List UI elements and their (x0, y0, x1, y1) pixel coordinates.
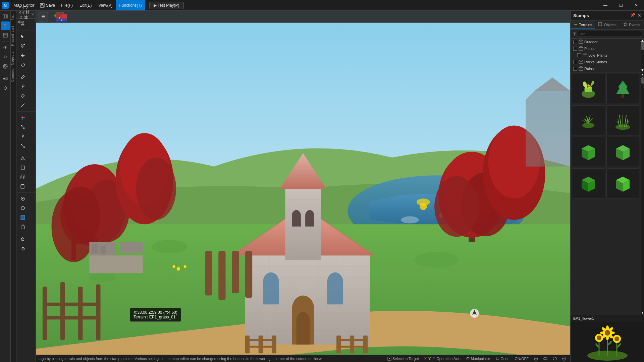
coordinate-tooltip: X:33.00 Z:59.00 (Y:4.50) Terrain : EP1_g… (130, 308, 181, 322)
tree-scrollbar[interactable]: ▲ ▼ (641, 39, 644, 72)
tree-check-outdoor[interactable] (573, 40, 577, 44)
stamps-tabs: Terrains Objects Events (571, 20, 644, 29)
viewport-menu-btn[interactable]: ☰ (39, 12, 48, 21)
left-icon-settings[interactable]: ⚙ (1, 53, 10, 61)
stamp-item-5[interactable] (572, 137, 605, 167)
status-selection-target[interactable]: Selection Target (386, 357, 420, 361)
paste-tool[interactable] (18, 182, 27, 191)
menu-file[interactable]: File(F) (58, 0, 76, 10)
status-extra-3[interactable] (551, 357, 558, 361)
copy-tool[interactable] (18, 173, 27, 181)
stamp-item-4[interactable] (606, 105, 640, 135)
tab-events[interactable]: Events (620, 20, 644, 29)
stamp-item-3[interactable] (572, 105, 605, 135)
svg-rect-35 (21, 226, 24, 229)
menu-edit[interactable]: Edit(E) (76, 0, 95, 10)
close-button[interactable]: ✕ (629, 0, 644, 11)
svg-line-21 (21, 126, 24, 128)
tree-item-plants[interactable]: Plants (571, 45, 641, 52)
tab-objects[interactable]: Objects (595, 20, 620, 29)
test-play-button[interactable]: ▶ Test Play(P) (149, 2, 184, 9)
left-icon-tool[interactable] (1, 62, 10, 71)
stamp-item-6[interactable] (606, 137, 640, 167)
erase-tool[interactable] (18, 92, 27, 100)
circle-stamp-tool[interactable] (18, 194, 27, 203)
stamps-pin-icon[interactable]: 📌 (630, 13, 635, 18)
status-extra-4[interactable] (561, 357, 568, 361)
tree-item-outdoor[interactable]: Outdoor (571, 39, 641, 45)
scroll-down-btn[interactable]: ▼ (641, 68, 644, 72)
status-extra-2[interactable] (542, 357, 549, 361)
move-tool[interactable] (18, 51, 27, 60)
move-xyz-tool[interactable] (18, 113, 27, 122)
3d-viewport[interactable]: ☰ Y Z ↑ (36, 11, 570, 362)
tree-item-low-plants[interactable]: Low_Plants (571, 52, 641, 59)
select-tool[interactable] (18, 32, 27, 41)
status-operation-axis[interactable]: X Y Z Operation Axis (423, 357, 462, 361)
rect-tool[interactable] (18, 163, 27, 172)
save-button[interactable]: Save (37, 0, 58, 10)
svg-rect-104 (205, 251, 212, 296)
tab-terrains[interactable]: Terrains (571, 20, 595, 29)
left-icon-eye[interactable]: 👁 (1, 43, 10, 52)
stamps-filter-input[interactable] (578, 31, 642, 37)
svg-point-111 (176, 267, 180, 271)
tree-check-rocks[interactable] (573, 60, 577, 64)
pencil-tool[interactable] (18, 73, 27, 81)
svg-rect-88 (363, 336, 368, 353)
tree-check-plants[interactable] (573, 47, 577, 51)
stamp-item-8[interactable] (606, 168, 640, 198)
undo-tool[interactable] (18, 235, 27, 244)
left-icon-pin[interactable]: 📍 (1, 21, 10, 30)
ring-tool[interactable] (18, 204, 27, 213)
left-icon-map[interactable] (1, 12, 10, 21)
left-icon-list[interactable] (1, 31, 10, 40)
tree-item-rocks[interactable]: Rocks/Stones (571, 59, 641, 65)
tree-check-low-plants[interactable] (577, 53, 581, 57)
grid-scroll-down[interactable]: ▼ (641, 311, 644, 315)
left-icon-extra1[interactable] (1, 74, 10, 83)
triangle-tool[interactable] (18, 154, 27, 163)
left-icon-extra2[interactable] (1, 84, 10, 93)
svg-text:M: M (4, 4, 7, 7)
delete-tool[interactable] (18, 223, 27, 231)
menu-functions[interactable]: Functions(T) (116, 0, 145, 10)
menu-view[interactable]: View(V) (95, 0, 116, 10)
line-tool[interactable] (18, 101, 27, 110)
tree-item-ruins[interactable]: Ruins (571, 65, 641, 72)
svg-rect-4 (41, 6, 44, 7)
paint-tool[interactable] (18, 82, 27, 91)
svg-rect-107 (245, 251, 252, 298)
svg-rect-101 (96, 284, 100, 340)
select-box-tool[interactable] (18, 42, 27, 50)
status-grids[interactable]: Grids (494, 357, 511, 361)
stamps-close-btn[interactable]: ✕ (637, 13, 641, 18)
viewport-menu-btn[interactable]: ☰ (18, 20, 27, 29)
grid-scrollbar[interactable]: ▲ ▼ (641, 72, 644, 315)
breadcrumb-close[interactable]: ✕ (31, 12, 34, 17)
box-stamp-tool[interactable] (18, 213, 27, 222)
rotate-tool[interactable] (18, 60, 27, 69)
svg-point-54 (51, 191, 96, 262)
status-onoff[interactable]: ON/OFF (513, 357, 530, 361)
redo-tool[interactable] (18, 244, 27, 253)
status-extra-1[interactable] (533, 357, 539, 361)
anchor-tool[interactable] (18, 132, 27, 141)
scale-tool[interactable] (18, 123, 27, 131)
minimize-button[interactable]: — (598, 0, 613, 11)
stamp-item-1[interactable] (572, 74, 605, 104)
svg-point-17 (22, 85, 24, 87)
maximize-button[interactable]: ☐ (613, 0, 629, 11)
select-tools (17, 31, 36, 71)
grid-scroll-up[interactable]: ▲ (641, 72, 644, 76)
status-bar: tage by placing terrain and objects from… (36, 355, 570, 362)
connect-tool[interactable] (18, 141, 27, 150)
stamp-item-7[interactable] (572, 168, 605, 198)
svg-rect-96 (92, 244, 98, 253)
stamp-item-2[interactable] (606, 74, 640, 104)
tree-check-ruins[interactable] (573, 67, 577, 71)
svg-point-153 (587, 85, 588, 87)
status-manipulator[interactable]: Manipulator (465, 357, 491, 361)
stamps-grid-inner (572, 74, 639, 198)
scroll-up-btn[interactable]: ▲ (641, 39, 644, 43)
